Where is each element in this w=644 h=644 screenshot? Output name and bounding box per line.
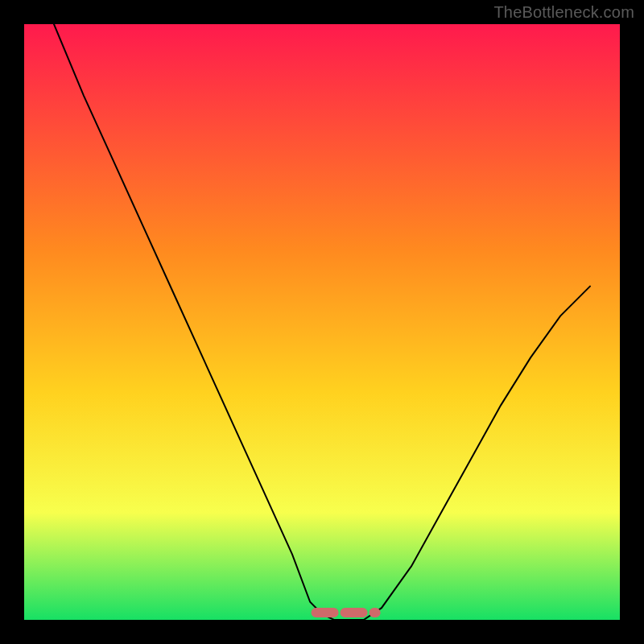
bottleneck-chart [24, 24, 620, 620]
watermark-text: TheBottleneck.com [493, 3, 634, 22]
chart-frame: TheBottleneck.com [0, 0, 644, 644]
gradient-background [24, 24, 620, 620]
plot-area [24, 24, 620, 620]
